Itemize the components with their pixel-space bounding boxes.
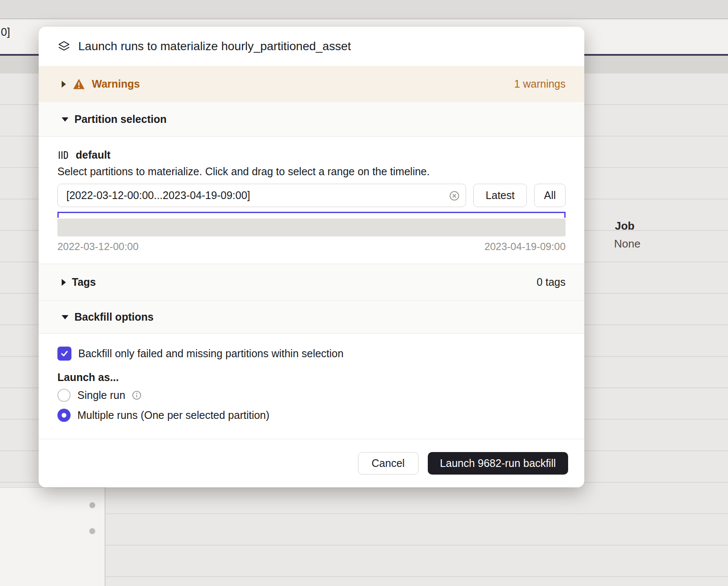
circle-x-icon — [449, 190, 460, 202]
launch-backfill-button[interactable]: Launch 9682-run backfill — [428, 452, 568, 475]
backfill-options-header[interactable]: Backfill options — [39, 300, 584, 334]
backfill-options-content: Backfill only failed and missing partiti… — [39, 334, 584, 439]
chevron-right-icon — [62, 81, 66, 88]
warnings-count: 1 warnings — [514, 78, 566, 90]
info-icon[interactable] — [131, 390, 142, 401]
background-job-label: Job — [615, 219, 634, 233]
background-job-value: None — [614, 237, 640, 250]
clear-selection-button[interactable] — [448, 190, 460, 202]
partition-selection-title: Partition selection — [74, 113, 167, 125]
tags-section-header[interactable]: Tags 0 tags — [39, 264, 584, 300]
tags-title: Tags — [72, 276, 96, 288]
partition-range-input[interactable] — [57, 184, 466, 207]
partition-set-icon — [57, 149, 69, 161]
partition-controls-row: Latest All — [57, 184, 566, 207]
radio-selected-icon[interactable] — [57, 409, 71, 422]
checkbox-checked-icon[interactable] — [57, 347, 71, 361]
background-status-dot — [89, 528, 95, 534]
backfill-options-title: Backfill options — [74, 311, 154, 323]
checkbox-label: Backfill only failed and missing partiti… — [78, 347, 344, 360]
warnings-label: Warnings — [92, 78, 140, 90]
timeline-selection-line — [57, 212, 566, 213]
single-run-radio-row[interactable]: Single run — [57, 389, 566, 402]
background-truncated-text: 0] — [1, 26, 10, 39]
timeline-end-label: 2023-04-19-09:00 — [484, 241, 566, 253]
background-status-dot — [89, 502, 95, 508]
radio-unselected-icon[interactable] — [57, 389, 71, 402]
partition-timeline[interactable] — [57, 219, 566, 236]
latest-button[interactable]: Latest — [473, 184, 527, 207]
dialog-footer: Cancel Launch 9682-run backfill — [39, 439, 584, 487]
cancel-button[interactable]: Cancel — [358, 452, 418, 475]
warnings-section-header[interactable]: Warnings 1 warnings — [39, 66, 584, 102]
dialog-title: Launch runs to materialize hourly_partit… — [78, 40, 351, 53]
launch-as-label: Launch as... — [57, 371, 566, 384]
background-top-bar — [0, 0, 728, 19]
dialog-title-bar: Launch runs to materialize hourly_partit… — [39, 27, 584, 66]
chevron-right-icon — [62, 279, 66, 286]
tags-count: 0 tags — [537, 276, 566, 288]
timeline-start-label: 2022-03-12-00:00 — [57, 241, 139, 253]
background-left-column — [0, 487, 105, 586]
multiple-runs-label: Multiple runs (One per selected partitio… — [77, 409, 270, 421]
partition-dimension-row: default — [57, 148, 566, 162]
partition-dimension-name: default — [76, 149, 111, 161]
multiple-runs-radio-row[interactable]: Multiple runs (One per selected partitio… — [57, 409, 566, 422]
materialize-layers-icon — [57, 40, 71, 53]
all-button[interactable]: All — [534, 184, 566, 207]
single-run-label: Single run — [77, 389, 125, 401]
partition-range-input-wrap — [57, 184, 466, 207]
partition-instructions: Select partitions to materialize. Click … — [57, 165, 566, 178]
backfill-failed-missing-checkbox-row[interactable]: Backfill only failed and missing partiti… — [57, 347, 566, 361]
timeline-date-labels: 2022-03-12-00:00 2023-04-19-09:00 — [57, 241, 566, 253]
launch-backfill-dialog: Launch runs to materialize hourly_partit… — [39, 27, 584, 487]
timeline-selection-indicator — [57, 212, 566, 218]
warning-triangle-icon — [73, 78, 85, 90]
chevron-down-icon — [62, 117, 68, 122]
chevron-down-icon — [62, 315, 68, 319]
partition-selection-content: default Select partitions to materialize… — [39, 137, 584, 264]
partition-selection-header[interactable]: Partition selection — [39, 102, 584, 137]
